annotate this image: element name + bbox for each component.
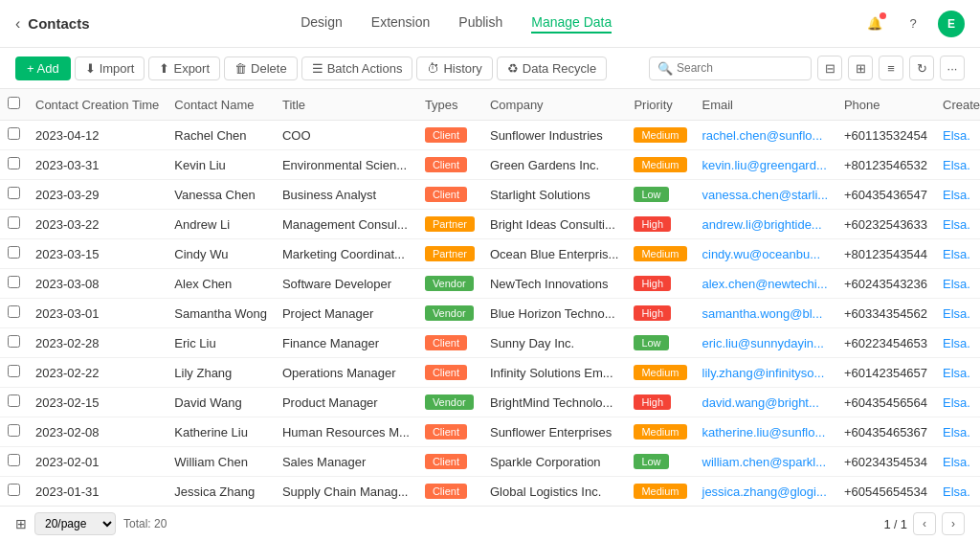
header-email[interactable]: Email [695,89,836,121]
header-contact-name[interactable]: Contact Name [167,89,275,121]
more-button[interactable]: ··· [940,56,965,80]
back-button[interactable]: ‹ [15,15,20,33]
row-email[interactable]: lily.zhang@infinityso... [695,358,836,388]
row-checkbox[interactable] [0,477,28,507]
row-checkbox[interactable] [0,150,28,180]
table-row[interactable]: 2023-04-12 Rachel Chen COO Client Sunflo… [0,121,980,150]
row-user[interactable]: Elsa. [935,299,980,328]
next-page-button[interactable]: › [942,512,965,535]
nav-design[interactable]: Design [301,14,343,34]
row-checkbox[interactable] [0,239,28,269]
row-checkbox[interactable] [0,180,28,210]
row-email[interactable]: alex.chen@newtechi... [695,269,836,299]
nav-extension[interactable]: Extension [371,14,430,34]
page-size-select[interactable]: 20/page 50/page 100/page [34,512,116,535]
row-user[interactable]: Elsa. [935,150,980,180]
header-checkbox[interactable] [0,89,28,121]
recycle-icon: ♻ [507,61,519,76]
row-email[interactable]: eric.liu@sunnydayin... [695,328,836,358]
filter-button[interactable]: ⊟ [817,56,842,80]
row-user[interactable]: Elsa. [935,388,980,417]
row-email[interactable]: andrew.li@brightide... [695,210,836,239]
search-box[interactable]: 🔍 [649,56,812,80]
view-button[interactable]: ≡ [879,56,903,80]
row-email[interactable]: rachel.chen@sunflo... [695,121,836,150]
add-button[interactable]: + Add [15,56,71,80]
row-user[interactable]: Elsa. [935,447,980,477]
help-button[interactable]: ? [900,11,926,37]
row-checkbox[interactable] [0,358,28,388]
row-email[interactable]: david.wang@bright... [695,388,836,417]
row-email[interactable]: jessica.zhang@glogi... [695,477,836,507]
grid-view-icon[interactable]: ⊞ [15,516,27,531]
table-row[interactable]: 2023-03-22 Andrew Li Management Consul..… [0,210,980,239]
table-row[interactable]: 2023-03-31 Kevin Liu Environmental Scien… [0,150,980,180]
row-checkbox[interactable] [0,299,28,328]
row-checkbox[interactable] [0,417,28,447]
row-user[interactable]: Elsa. [935,417,980,447]
header-phone[interactable]: Phone [836,89,935,121]
delete-button[interactable]: 🗑 Delete [224,56,298,80]
notification-button[interactable]: 🔔 [861,11,888,37]
header-title[interactable]: Title [275,89,417,121]
row-user[interactable]: Elsa. [935,269,980,299]
columns-button[interactable]: ⊞ [848,56,873,80]
row-email[interactable]: vanessa.chen@starli... [695,180,836,210]
row-name: Katherine Liu [167,417,275,447]
row-user[interactable]: Elsa. [935,477,980,507]
nav-manage-data[interactable]: Manage Data [531,14,612,34]
row-title: Management Consul... [275,210,417,239]
nav-publish[interactable]: Publish [458,14,502,34]
header-types[interactable]: Types [417,89,482,121]
table-row[interactable]: 2023-03-29 Vanessa Chen Business Analyst… [0,180,980,210]
row-checkbox[interactable] [0,210,28,239]
table-row[interactable]: 2023-01-31 Jessica Zhang Supply Chain Ma… [0,477,980,507]
table-row[interactable]: 2023-03-08 Alex Chen Software Developer … [0,269,980,299]
row-user[interactable]: Elsa. [935,328,980,358]
row-checkbox[interactable] [0,388,28,417]
table-row[interactable]: 2023-02-15 David Wang Product Manager Ve… [0,388,980,417]
row-email[interactable]: cindy.wu@oceanbu... [695,239,836,269]
search-input[interactable] [677,61,803,75]
row-checkbox[interactable] [0,328,28,358]
row-user[interactable]: Elsa. [935,210,980,239]
row-company: Green Gardens Inc. [482,150,626,180]
select-all-checkbox[interactable] [8,97,20,109]
table-row[interactable]: 2023-02-28 Eric Liu Finance Manager Clie… [0,328,980,358]
batch-actions-button[interactable]: ☰ Batch Actions [301,56,413,80]
table-row[interactable]: 2023-03-01 Samantha Wong Project Manager… [0,299,980,328]
row-phone: +60545654534 [836,477,935,507]
row-date: 2023-03-08 [28,269,167,299]
table-row[interactable]: 2023-02-22 Lily Zhang Operations Manager… [0,358,980,388]
import-button[interactable]: ⬇ Import [75,56,145,80]
row-company: Bright Ideas Consulti... [482,210,626,239]
table-row[interactable]: 2023-03-15 Cindy Wu Marketing Coordinat.… [0,239,980,269]
avatar[interactable]: E [938,11,965,37]
row-checkbox[interactable] [0,121,28,150]
footer: ⊞ 20/page 50/page 100/page Total: 20 1 /… [0,506,980,541]
row-email[interactable]: kevin.liu@greengard... [695,150,836,180]
row-priority: Medium [626,417,694,447]
data-recycle-button[interactable]: ♻ Data Recycle [497,56,607,80]
row-user[interactable]: Elsa. [935,121,980,150]
table-row[interactable]: 2023-02-01 William Chen Sales Manager Cl… [0,447,980,477]
header-priority[interactable]: Priority [626,89,694,121]
total-count: Total: 20 [123,517,167,530]
row-email[interactable]: william.chen@sparkl... [695,447,836,477]
export-button[interactable]: ⬆ Export [148,56,220,80]
history-button[interactable]: ⏱ History [416,56,492,80]
row-checkbox[interactable] [0,269,28,299]
row-company: Ocean Blue Enterpris... [482,239,626,269]
header-created-user[interactable]: Created User [935,89,980,121]
row-email[interactable]: samantha.wong@bl... [695,299,836,328]
row-user[interactable]: Elsa. [935,239,980,269]
row-user[interactable]: Elsa. [935,358,980,388]
table-row[interactable]: 2023-02-08 Katherine Liu Human Resources… [0,417,980,447]
header-company[interactable]: Company [482,89,626,121]
refresh-button[interactable]: ↻ [909,56,934,80]
row-email[interactable]: katherine.liu@sunflo... [695,417,836,447]
row-user[interactable]: Elsa. [935,180,980,210]
header-creation-time[interactable]: Contact Creation Time [28,89,167,121]
row-checkbox[interactable] [0,447,28,477]
prev-page-button[interactable]: ‹ [913,512,936,535]
